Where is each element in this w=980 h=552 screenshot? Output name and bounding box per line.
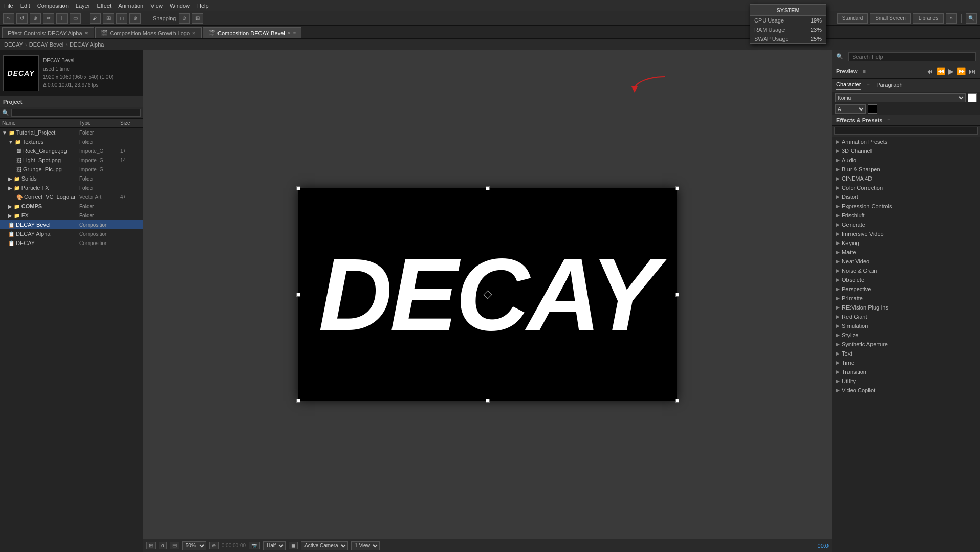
tree-grunge-pic[interactable]: 🖼 Grunge_Pic.jpg Importe_G (0, 165, 143, 174)
tree-fx[interactable]: ▶ 📁 FX Folder (0, 211, 143, 220)
effect-video-copilot[interactable]: ▶ Video Copilot (832, 386, 980, 395)
handle-top-center[interactable] (486, 186, 490, 190)
tool-puppet[interactable]: ⊛ (129, 13, 141, 24)
viewer-views-select[interactable]: 1 View (351, 541, 380, 550)
effect-cinema4d[interactable]: ▶ CINEMA 4D (832, 174, 980, 183)
menu-item-effect[interactable]: Effect (97, 3, 111, 9)
viewer-render-btn[interactable]: ◼ (289, 542, 298, 549)
handle-top-left[interactable] (296, 186, 300, 190)
char-menu-icon[interactable]: ≡ (867, 82, 870, 88)
workspace-libraries[interactable]: Libraries (913, 13, 944, 24)
viewer-zoom-select[interactable]: 50% (182, 541, 206, 550)
effects-search-input[interactable] (834, 127, 978, 135)
tree-textures[interactable]: ▼ 📁 Textures Folder (0, 137, 143, 146)
menu-item-edit[interactable]: Edit (20, 3, 30, 9)
effect-keying[interactable]: ▶ Keying (832, 238, 980, 248)
preview-menu[interactable]: ≡ (863, 68, 866, 74)
effect-time[interactable]: ▶ Time (832, 358, 980, 367)
menu-item-view[interactable]: View (150, 3, 163, 9)
effect-synthetic-aperture[interactable]: ▶ Synthetic Aperture (832, 340, 980, 349)
tool-clone[interactable]: ⊞ (103, 13, 114, 24)
preview-step-back[interactable]: ⏪ (937, 67, 945, 75)
effect-distort[interactable]: ▶ Distort (832, 192, 980, 202)
effect-expression-controls[interactable]: ▶ Expression Controls (832, 202, 980, 211)
viewer-safe-zones[interactable]: ⊟ (170, 542, 179, 549)
effect-immersive-video[interactable]: ▶ Immersive Video (832, 229, 980, 238)
viewer-alpha-btn[interactable]: α (159, 542, 167, 549)
menu-item-composition[interactable]: Composition (37, 3, 69, 9)
tree-comps[interactable]: ▶ 📁 COMPS Folder (0, 202, 143, 211)
effect-utility[interactable]: ▶ Utility (832, 377, 980, 386)
tab-moss-close[interactable]: ✕ (192, 31, 196, 36)
effect-frischluft[interactable]: ▶ Frischluft (832, 211, 980, 220)
tab-effect-close[interactable]: ✕ (84, 31, 89, 36)
effect-simulation[interactable]: ▶ Simulation (832, 321, 980, 330)
tree-tutorial-project[interactable]: ▼ 📁 Tutorial_Project Folder (0, 128, 143, 137)
font-style-select[interactable]: A (835, 104, 866, 114)
effect-perspective[interactable]: ▶ Perspective (832, 284, 980, 294)
tree-decay-alpha[interactable]: 📋 DECAY Alpha Composition (0, 229, 143, 238)
handle-top-right[interactable] (675, 186, 679, 190)
tab-decay-menu[interactable]: ≡ (293, 31, 296, 36)
viewer-cam-btn[interactable]: 📷 (249, 542, 260, 549)
effect-transition[interactable]: ▶ Transition (832, 367, 980, 377)
preview-play[interactable]: ▶ (948, 67, 954, 75)
tool-camera[interactable]: ⊕ (30, 13, 41, 24)
fill-color-swatch[interactable] (968, 93, 977, 102)
effects-menu-icon[interactable]: ≡ (888, 117, 891, 123)
viewer-region-btn[interactable]: ⊞ (146, 542, 156, 549)
menu-item-file[interactable]: File (4, 3, 13, 9)
tab-effect-controls[interactable]: Effect Controls: DECAY Alpha ✕ (2, 27, 94, 38)
menu-item-layer[interactable]: Layer (76, 3, 90, 9)
search-icon[interactable]: 🔍 (966, 13, 977, 24)
effect-neat-video[interactable]: ▶ Neat Video (832, 257, 980, 266)
effect-stylize[interactable]: ▶ Stylize (832, 330, 980, 340)
search-help-input[interactable] (848, 52, 976, 61)
workspace-standard[interactable]: Standard (837, 13, 868, 24)
font-select[interactable]: Komu (835, 93, 966, 102)
tool-selection[interactable]: ↖ (3, 13, 14, 24)
tree-solids[interactable]: ▶ 📁 Solids Folder (0, 174, 143, 183)
tree-particle-fx[interactable]: ▶ 📁 Particle FX Folder (0, 183, 143, 192)
project-search-input[interactable] (11, 109, 141, 117)
handle-mid-right[interactable] (675, 293, 679, 297)
handle-bottom-right[interactable] (675, 399, 679, 403)
tool-brush[interactable]: 🖌 (90, 13, 101, 24)
workspace-small[interactable]: Small Screen (870, 13, 911, 24)
composition-canvas[interactable]: DECAY (298, 188, 677, 401)
effect-animation-presets[interactable]: ▶ Animation Presets (832, 137, 980, 146)
tab-decay-close[interactable]: ✕ (287, 31, 291, 36)
effect-generate[interactable]: ▶ Generate (832, 220, 980, 229)
stroke-color-swatch[interactable] (868, 104, 877, 114)
tool-rotation[interactable]: ↺ (16, 13, 28, 24)
tree-correct-vc[interactable]: 🎨 Correct_VC_Logo.ai Vector Art 4+ (0, 192, 143, 202)
tree-light-spot[interactable]: 🖼 Light_Spot.png Importe_G 14 (0, 156, 143, 165)
handle-bottom-center[interactable] (486, 399, 490, 403)
tab-moss-logo[interactable]: 🎬 Composition Moss Growth Logo ✕ (95, 27, 202, 38)
preview-last-frame[interactable]: ⏭ (969, 67, 976, 75)
tree-decay-bevel[interactable]: 📋 DECAY Bevel Composition (0, 220, 143, 229)
tool-shape[interactable]: ▭ (70, 13, 81, 24)
viewer-resolution[interactable]: Half (263, 541, 286, 550)
viewer-area[interactable]: DECAY (143, 50, 832, 539)
effect-noise-grain[interactable]: ▶ Noise & Grain (832, 266, 980, 275)
handle-mid-left[interactable] (296, 293, 300, 297)
effect-audio[interactable]: ▶ Audio (832, 156, 980, 165)
tool-text[interactable]: T (56, 13, 68, 24)
tab-decay-bevel[interactable]: 🎬 Composition DECAY Bevel ✕ ≡ (203, 27, 301, 38)
effect-obsolete[interactable]: ▶ Obsolete (832, 275, 980, 284)
tree-rock-grunge[interactable]: 🖼 Rock_Grunge.jpg Importe_G 1+ (0, 146, 143, 156)
breadcrumb-decay-alpha[interactable]: DECAY Alpha (70, 41, 104, 48)
menu-item-animation[interactable]: Animation (118, 3, 143, 9)
tool-eraser[interactable]: ◻ (116, 13, 127, 24)
effect-revision[interactable]: ▶ RE:Vision Plug-ins (832, 303, 980, 312)
tab-paragraph[interactable]: Paragraph (876, 82, 902, 89)
tree-decay[interactable]: 📋 DECAY Composition (0, 238, 143, 248)
effect-color-correction[interactable]: ▶ Color Correction (832, 183, 980, 192)
snapping-toggle[interactable]: ⊘ (179, 13, 190, 24)
preview-first-frame[interactable]: ⏮ (926, 67, 933, 75)
effect-primatte[interactable]: ▶ Primatte (832, 294, 980, 303)
effect-matte[interactable]: ▶ Matte (832, 248, 980, 257)
effect-red-giant[interactable]: ▶ Red Giant (832, 312, 980, 321)
effect-text[interactable]: ▶ Text (832, 349, 980, 358)
